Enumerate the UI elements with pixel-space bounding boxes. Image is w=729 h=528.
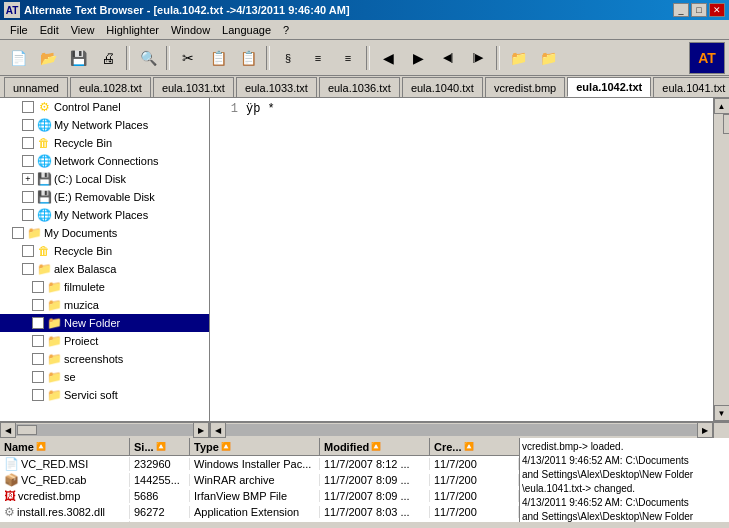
col-size[interactable]: Si... 🔼 — [130, 438, 190, 455]
tree-item[interactable]: 📁filmulete — [0, 278, 209, 296]
tree-item[interactable]: +💾(C:) Local Disk — [0, 170, 209, 188]
tree-item[interactable]: 🗑Recycle Bin — [0, 134, 209, 152]
tree-expand-icon[interactable] — [22, 245, 34, 257]
file-tree-scroll[interactable]: ⚙Control Panel 🌐My Network Places 🗑Recyc… — [0, 98, 209, 421]
toolbar-btn-link[interactable]: § — [274, 44, 302, 72]
tree-item[interactable]: 🌐Network Connections — [0, 152, 209, 170]
tab-eula1041[interactable]: eula.1041.txt — [653, 77, 729, 97]
file-name: vcredist.bmp — [18, 490, 80, 502]
menu-help[interactable]: ? — [277, 22, 295, 38]
file-row[interactable]: 📦 VC_RED.cab 144255... WinRAR archive 11… — [0, 472, 519, 488]
toolbar-next[interactable]: ▶ — [404, 44, 432, 72]
toolbar-folder[interactable]: 📁 — [504, 44, 532, 72]
text-h-scroll[interactable]: ◀ ▶ — [210, 422, 713, 438]
col-name[interactable]: Name 🔼 — [0, 438, 130, 455]
tree-expand-icon[interactable] — [32, 281, 44, 293]
text-h-scroll-left[interactable]: ◀ — [210, 422, 226, 438]
tab-eula1031[interactable]: eula.1031.txt — [153, 77, 234, 97]
tree-expand-icon[interactable] — [22, 119, 34, 131]
tree-expand-icon[interactable] — [32, 317, 44, 329]
scroll-thumb[interactable] — [723, 114, 730, 134]
tree-item[interactable]: 📁muzica — [0, 296, 209, 314]
tab-unnamed[interactable]: unnamed — [4, 77, 68, 97]
tree-expand-icon[interactable] — [12, 227, 24, 239]
toolbar-folder2[interactable]: 📁 — [534, 44, 562, 72]
close-button[interactable]: ✕ — [709, 3, 725, 17]
menu-view[interactable]: View — [65, 22, 101, 38]
toolbar-cut[interactable]: ✂ — [174, 44, 202, 72]
col-created[interactable]: Cre... 🔼 — [430, 438, 519, 455]
file-row[interactable]: ⚙ install.res.3082.dll 96272 Application… — [0, 504, 519, 520]
tree-expand-icon[interactable] — [32, 353, 44, 365]
col-type[interactable]: Type 🔼 — [190, 438, 320, 455]
tree-expand-icon[interactable] — [22, 263, 34, 275]
toolbar-btn-list[interactable]: ≡ — [304, 44, 332, 72]
menu-window[interactable]: Window — [165, 22, 216, 38]
tab-eula1028[interactable]: eula.1028.txt — [70, 77, 151, 97]
tree-item[interactable]: 📁screenshots — [0, 350, 209, 368]
tree-h-track[interactable] — [16, 424, 193, 436]
tree-expand-icon[interactable]: + — [22, 173, 34, 185]
tree-item[interactable]: 📁Proiect — [0, 332, 209, 350]
col-modified[interactable]: Modified 🔼 — [320, 438, 430, 455]
scroll-down-button[interactable]: ▼ — [714, 405, 730, 421]
sort-icon-name: 🔼 — [36, 442, 46, 451]
tab-eula1033[interactable]: eula.1033.txt — [236, 77, 317, 97]
tab-eula1042[interactable]: eula.1042.txt — [567, 77, 651, 97]
tree-expand-icon[interactable] — [22, 209, 34, 221]
tree-h-thumb[interactable] — [17, 425, 37, 435]
tree-expand-icon[interactable] — [32, 299, 44, 311]
horizontal-scrollbar[interactable]: ◀ ▶ ◀ ▶ — [0, 421, 729, 437]
text-h-track[interactable] — [226, 424, 697, 436]
tree-item[interactable]: 📁My Documents — [0, 224, 209, 242]
file-row[interactable]: 📄 VC_RED.MSI 232960 Windows Installer Pa… — [0, 456, 519, 472]
tree-expand-icon[interactable] — [22, 137, 34, 149]
toolbar-copy[interactable]: 📋 — [204, 44, 232, 72]
toolbar-paste[interactable]: 📋 — [234, 44, 262, 72]
toolbar-btn-list2[interactable]: ≡ — [334, 44, 362, 72]
tree-h-scroll-left[interactable]: ◀ — [0, 422, 16, 438]
file-row[interactable]: 🖼 vcredist.bmp 5686 IrfanView BMP File 1… — [0, 488, 519, 504]
tree-item[interactable]: ⚙Control Panel — [0, 98, 209, 116]
text-h-scroll-right[interactable]: ▶ — [697, 422, 713, 438]
text-area-content[interactable]: 1ÿþ * — [210, 98, 713, 421]
scroll-up-button[interactable]: ▲ — [714, 98, 730, 114]
minimize-button[interactable]: _ — [673, 3, 689, 17]
menu-edit[interactable]: Edit — [34, 22, 65, 38]
text-editor[interactable]: 1ÿþ * — [210, 98, 713, 421]
vertical-scrollbar[interactable]: ▲ ▼ — [713, 98, 729, 421]
file-row[interactable]: ⚙ install.res.2052.dll 75792 Application… — [0, 520, 519, 522]
tab-vcredist[interactable]: vcredist.bmp — [485, 77, 565, 97]
tree-item[interactable]: 📁alex Balasca — [0, 260, 209, 278]
tree-item[interactable]: 📁Servici soft — [0, 386, 209, 404]
menu-file[interactable]: File — [4, 22, 34, 38]
tree-item[interactable]: 💾(E:) Removable Disk — [0, 188, 209, 206]
tree-item[interactable]: 📁New Folder — [0, 314, 209, 332]
toolbar-find[interactable]: 🔍 — [134, 44, 162, 72]
toolbar-prev2[interactable]: ◀| — [434, 44, 462, 72]
toolbar-new[interactable]: 📄 — [4, 44, 32, 72]
title-bar: AT Alternate Text Browser - [eula.1042.t… — [0, 0, 729, 20]
tree-expand-icon[interactable] — [22, 191, 34, 203]
tree-expand-icon[interactable] — [32, 371, 44, 383]
tree-item[interactable]: 🌐My Network Places — [0, 206, 209, 224]
tab-eula1040[interactable]: eula.1040.txt — [402, 77, 483, 97]
maximize-button[interactable]: □ — [691, 3, 707, 17]
toolbar-prev[interactable]: ◀ — [374, 44, 402, 72]
tree-expand-icon[interactable] — [32, 335, 44, 347]
menu-language[interactable]: Language — [216, 22, 277, 38]
app-icon: AT — [4, 2, 20, 18]
tree-expand-icon[interactable] — [22, 101, 34, 113]
toolbar-print[interactable]: 🖨 — [94, 44, 122, 72]
tree-expand-icon[interactable] — [22, 155, 34, 167]
tree-item[interactable]: 📁se — [0, 368, 209, 386]
menu-highlighter[interactable]: Highlighter — [100, 22, 165, 38]
tree-h-scroll-right[interactable]: ▶ — [193, 422, 209, 438]
toolbar-save[interactable]: 💾 — [64, 44, 92, 72]
tree-item[interactable]: 🌐My Network Places — [0, 116, 209, 134]
tree-expand-icon[interactable] — [32, 389, 44, 401]
toolbar-next2[interactable]: |▶ — [464, 44, 492, 72]
tree-item[interactable]: 🗑Recycle Bin — [0, 242, 209, 260]
toolbar-open[interactable]: 📂 — [34, 44, 62, 72]
tab-eula1036[interactable]: eula.1036.txt — [319, 77, 400, 97]
